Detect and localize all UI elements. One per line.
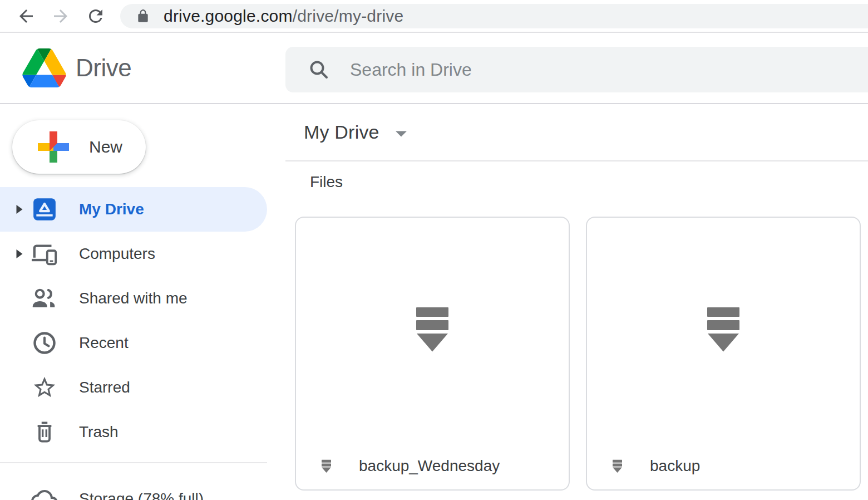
browser-reload-button[interactable] [83, 3, 108, 29]
browser-back-button[interactable] [13, 3, 39, 29]
content-title-row: My Drive [285, 104, 868, 161]
sidebar-item-computers[interactable]: Computers [0, 232, 267, 276]
sidebar-item-label: Shared with me [79, 290, 188, 307]
sidebar-item-label: Storage (78% full) [79, 490, 204, 500]
computers-icon [31, 242, 58, 266]
sidebar-item-label: Computers [79, 245, 155, 263]
my-drive-icon [31, 197, 58, 222]
my-drive-breadcrumb[interactable]: My Drive [304, 121, 407, 143]
url-text: drive.google.com/drive/my-drive [164, 7, 403, 26]
sidebar-item-label: Trash [79, 423, 119, 441]
google-drive-window: drive.google.com/drive/my-drive Drive [0, 0, 868, 500]
google-plus-icon [38, 131, 69, 163]
sidebar-item-recent[interactable]: Recent [0, 321, 267, 365]
sidebar-item-label: My Drive [79, 200, 144, 218]
file-grid: backup_Wednesday [295, 217, 861, 491]
new-button[interactable]: New [12, 120, 146, 174]
page-title: My Drive [304, 121, 379, 143]
shared-with-me-icon [31, 287, 58, 310]
back-arrow-icon [16, 6, 36, 26]
file-card-backup-wednesday[interactable]: backup_Wednesday [295, 217, 570, 491]
search-bar[interactable] [285, 47, 868, 92]
drive-logo-text: Drive [76, 54, 131, 82]
forward-arrow-icon [51, 6, 71, 26]
star-icon [31, 375, 58, 400]
lock-icon [136, 8, 150, 24]
search-icon [309, 60, 329, 80]
address-bar[interactable]: drive.google.com/drive/my-drive [120, 4, 868, 28]
files-section-label: Files [310, 173, 343, 191]
trash-icon [31, 420, 58, 444]
file-card-footer: backup_Wednesday [296, 452, 569, 481]
file-card-footer: backup [587, 452, 860, 481]
sidebar: New My Drive [0, 104, 281, 500]
file-name: backup [650, 457, 700, 475]
sidebar-item-storage[interactable]: Storage (78% full) [0, 477, 267, 500]
sidebar-item-starred[interactable]: Starred [0, 365, 267, 410]
expand-arrow-icon[interactable] [16, 249, 23, 259]
file-name: backup_Wednesday [359, 457, 500, 475]
search-input[interactable] [349, 59, 830, 81]
sidebar-divider [0, 462, 267, 463]
url-host: drive.google.com [164, 7, 293, 25]
sidebar-item-label: Starred [79, 379, 130, 396]
file-card-backup[interactable]: backup [586, 217, 861, 491]
sidebar-item-my-drive[interactable]: My Drive [0, 187, 267, 232]
expand-arrow-icon[interactable] [16, 204, 23, 214]
cloud-icon [31, 483, 58, 500]
sidebar-item-label: Recent [79, 334, 129, 352]
archive-file-icon-small [322, 459, 331, 473]
recent-clock-icon [31, 331, 58, 355]
chevron-down-icon [395, 130, 407, 138]
archive-file-icon [707, 307, 739, 352]
browser-toolbar: drive.google.com/drive/my-drive [0, 0, 868, 33]
url-path: /drive/my-drive [293, 7, 404, 25]
browser-forward-button[interactable] [48, 3, 73, 29]
drive-header: Drive [0, 33, 868, 104]
drive-triangle-icon [22, 48, 66, 87]
archive-file-icon [416, 307, 448, 352]
reload-icon [86, 6, 106, 26]
sidebar-item-trash[interactable]: Trash [0, 410, 267, 454]
sidebar-item-shared-with-me[interactable]: Shared with me [0, 276, 267, 321]
sidebar-nav: My Drive Computers [0, 187, 281, 500]
archive-file-icon-small [613, 459, 622, 473]
new-button-label: New [89, 138, 122, 156]
drive-logo[interactable]: Drive [22, 47, 131, 89]
